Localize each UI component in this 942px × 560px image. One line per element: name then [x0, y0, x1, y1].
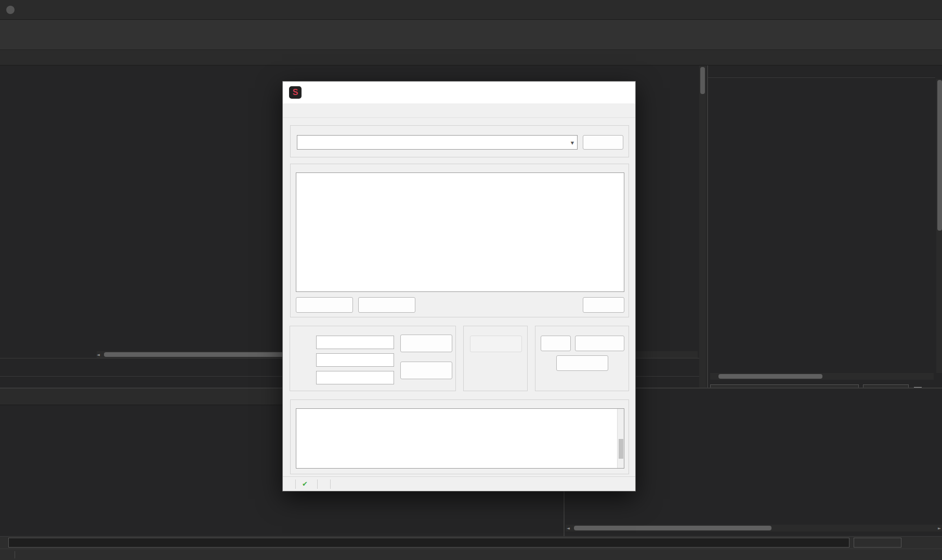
app-icon: [6, 6, 15, 14]
stack-horizontal-scrollbar[interactable]: ◄ ►: [566, 525, 942, 531]
oep-input[interactable]: [316, 336, 394, 349]
command-input[interactable]: [8, 538, 849, 548]
log-group: [290, 399, 629, 474]
toolbar: [0, 33, 942, 50]
iat-info-group: [290, 326, 456, 391]
scylla-menubar: [283, 103, 635, 118]
scylla-app-icon: S: [289, 86, 302, 99]
show-suspect-button[interactable]: [358, 297, 415, 313]
scylla-maximize-button[interactable]: [587, 82, 611, 103]
minimize-button[interactable]: [870, 0, 894, 20]
pick-dll-button[interactable]: [583, 135, 623, 150]
size-input[interactable]: [316, 371, 394, 384]
imports-tree[interactable]: [296, 172, 624, 292]
command-bar: [0, 536, 942, 549]
iat-autosearch-button[interactable]: [400, 335, 452, 352]
log-scrollbar[interactable]: [617, 409, 624, 468]
scylla-log[interactable]: [296, 408, 624, 469]
scylla-dialog: S ▾: [282, 81, 636, 491]
autotrace-button[interactable]: [470, 336, 522, 352]
registers-horizontal-scrollbar[interactable]: [710, 373, 934, 380]
scroll-right-arrow-icon[interactable]: ►: [938, 525, 941, 531]
scylla-close-button[interactable]: [611, 82, 635, 103]
actions-group: [463, 326, 528, 391]
get-imports-button[interactable]: [400, 362, 452, 379]
tabbar: [0, 50, 942, 65]
menubar: [0, 20, 942, 33]
disasm-vertical-scrollbar[interactable]: [699, 65, 706, 388]
close-button[interactable]: [918, 0, 942, 20]
titlebar: [0, 0, 942, 20]
scylla-minimize-button[interactable]: [564, 82, 587, 103]
clear-button[interactable]: [583, 297, 624, 313]
attach-group: ▾: [290, 125, 629, 157]
va-input[interactable]: [316, 353, 394, 367]
invalid-count: ✔: [296, 480, 317, 488]
dump-button[interactable]: [541, 336, 571, 351]
status-bar: [0, 549, 942, 560]
show-invalid-button[interactable]: [296, 297, 353, 313]
maximize-button[interactable]: [894, 0, 918, 20]
x32dbg-window: ◄ ▾ ▾ ▴: [0, 0, 942, 560]
process-select[interactable]: ▾: [297, 135, 578, 150]
registers-pane[interactable]: ▾ ▾ ▴: [707, 65, 942, 388]
scroll-left-arrow-icon[interactable]: ◄: [567, 525, 570, 531]
hide-fpu-button[interactable]: [708, 65, 935, 78]
dump-group: [535, 326, 629, 391]
fix-dump-button[interactable]: [556, 355, 608, 371]
scroll-left-arrow-icon[interactable]: ◄: [97, 351, 100, 358]
scylla-titlebar[interactable]: S: [283, 82, 635, 103]
registers-vertical-scrollbar[interactable]: [936, 79, 942, 373]
pe-rebuild-button[interactable]: [575, 336, 624, 351]
scylla-status-bar: ✔: [283, 476, 635, 491]
imports-group: [290, 164, 629, 317]
check-icon: ✔: [302, 480, 308, 488]
chevron-down-icon: ▾: [571, 139, 574, 146]
command-profile-select[interactable]: [854, 538, 901, 548]
